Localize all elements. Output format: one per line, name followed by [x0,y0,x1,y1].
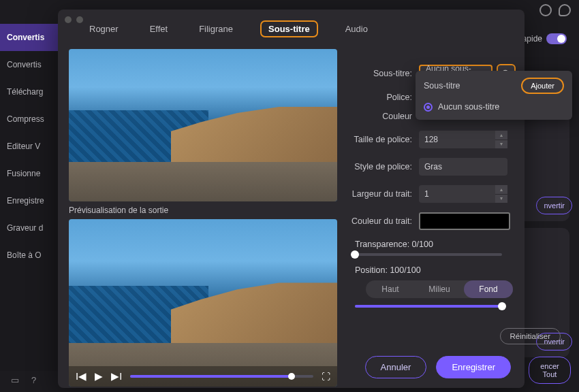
video-playbar: I◀ ▶ ▶I ⛶ [69,366,337,387]
sidebar-item-5[interactable]: Fusionne [0,160,58,187]
avatar-icon[interactable] [539,4,552,16]
subtitle-none-option[interactable]: Aucun sous-titre [424,102,564,112]
tab-effect[interactable]: Effet [146,22,172,35]
tab-watermark[interactable]: Filigrane [195,22,237,35]
start-all-button[interactable]: encer Tout [529,357,571,384]
position-segment: Haut Milieu Fond [366,280,513,298]
toggle-icon[interactable] [546,33,567,44]
top-bar [539,4,571,16]
position-slider[interactable] [355,305,502,308]
sidebar-item-4[interactable]: Editeur V [0,133,58,160]
sidebar-item-2[interactable]: Télécharg [0,78,58,105]
modal-footer: Annuler Enregistrer [365,356,511,378]
font-label: Police: [344,93,419,102]
tab-subtitle[interactable]: Sous-titre [260,20,318,37]
fontsize-spinner[interactable]: ▴▾ [495,131,507,148]
color-label: Couleur [344,112,419,121]
editor-tabs: Rogner Effet Filigrane Sous-titre Audio [58,10,525,44]
cancel-button[interactable]: Annuler [365,356,427,378]
strokecolor-swatch[interactable] [419,212,510,230]
next-frame-icon[interactable]: ▶I [111,370,122,382]
strokewidth-value: 1 [424,189,429,199]
preview-output: I◀ ▶ ▶I ⛶ [69,219,337,387]
fast-toggle[interactable]: rapide [520,33,567,44]
strokewidth-label: Largeur du trait: [344,189,419,199]
bottom-bar: ▭ ? [11,368,36,392]
seg-middle[interactable]: Milieu [415,280,464,298]
tab-crop[interactable]: Rogner [85,22,123,35]
sidebar-item-8[interactable]: Boîte à O [0,242,58,269]
output-preview-label: Prévisualisation de la sortie [69,206,337,215]
fontsize-input[interactable]: 128 ▴▾ [419,131,507,148]
strokewidth-spinner[interactable]: ▴▾ [495,185,507,203]
add-subtitle-button[interactable]: Ajouter [521,78,564,94]
subtitle-popup: Sous-titre Ajouter Aucun sous-titre [416,71,572,120]
preview-original [69,49,337,201]
sidebar-item-1[interactable]: Convertis [0,51,58,78]
radio-icon [424,103,433,112]
sidebar-item-0[interactable]: Convertis [0,24,58,51]
strokewidth-input[interactable]: 1 ▴▾ [419,185,507,203]
sidebar-item-7[interactable]: Graveur d [0,214,58,242]
sidebar-item-3[interactable]: Compress [0,105,58,133]
prev-frame-icon[interactable]: I◀ [76,370,87,382]
transparency-label: Transparence: 0/100 [355,240,569,249]
play-icon[interactable]: ▶ [95,370,103,382]
subtitle-popup-heading: Sous-titre [424,81,460,91]
subtitle-none-label: Aucun sous-titre [438,102,499,112]
fontsize-label: Taille de police: [344,135,419,144]
save-button[interactable]: Enregistrer [436,356,511,378]
sidebar-item-6[interactable]: Enregistre [0,187,58,214]
reset-button[interactable]: Réinitialiser [500,328,561,344]
fullscreen-icon[interactable]: ⛶ [322,372,330,382]
preview-area: Prévisualisation de la sortie I◀ ▶ ▶I ⛶ [69,49,337,387]
chat-icon[interactable] [559,4,571,16]
transparency-slider[interactable] [355,253,502,256]
video-progress[interactable] [130,375,313,378]
seg-top[interactable]: Haut [366,280,415,298]
fontsize-value: 128 [424,135,438,144]
window-controls[interactable] [65,16,83,23]
subtitle-label: Sous-titre: [344,69,419,78]
seg-bottom[interactable]: Fond [464,280,513,298]
tab-audio[interactable]: Audio [341,22,372,35]
help-icon[interactable]: ? [31,375,36,385]
fontstyle-label: Style de police: [344,162,419,172]
fontstyle-value: Gras [424,162,442,172]
book-icon[interactable]: ▭ [11,375,19,385]
fontstyle-select[interactable]: Gras [419,158,507,176]
strokecolor-label: Couleur du trait: [344,216,419,226]
subtitle-editor-modal: Rogner Effet Filigrane Sous-titre Audio … [58,10,525,388]
sidebar: Convertis Convertis Télécharg Compress E… [0,24,58,371]
position-label: Position: 100/100 [355,265,569,275]
